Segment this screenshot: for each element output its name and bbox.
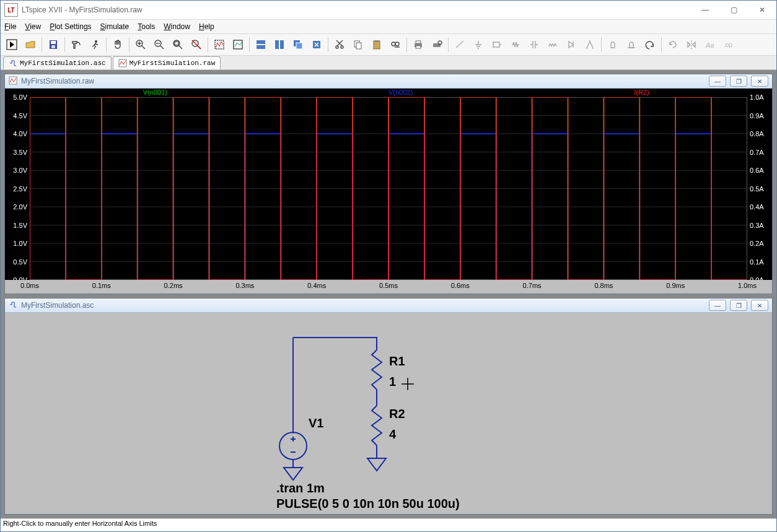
label-v1[interactable]: V1	[309, 416, 323, 430]
spice-directive-icon[interactable]: .op	[720, 36, 737, 53]
waveform-icon	[9, 76, 17, 87]
waveform-panel-header[interactable]: MyFirstSimulation.raw — ❐ ✕	[5, 74, 772, 89]
svg-rect-13	[257, 45, 265, 49]
waveform-panel-title: MyFirstSimulation.raw	[21, 77, 94, 85]
zoom-in-icon[interactable]	[132, 36, 149, 53]
tile-vert-icon[interactable]	[271, 36, 288, 53]
panel-minimize-button[interactable]: —	[709, 76, 726, 87]
window-minimize-button[interactable]: —	[691, 1, 719, 19]
move-icon[interactable]	[604, 36, 621, 53]
menu-plot[interactable]: Plot Settings	[50, 22, 91, 31]
rotate-icon[interactable]	[664, 36, 682, 53]
inductor-icon[interactable]	[544, 36, 561, 53]
menu-file[interactable]: File	[4, 22, 16, 31]
hammer-icon[interactable]	[68, 36, 85, 53]
tab-schematic-label: MyFirstSimulation.asc	[20, 59, 106, 67]
directive-pulse[interactable]: PULSE(0 5 0 10n 10n 50u 100u)	[276, 497, 460, 510]
svg-rect-28	[416, 41, 421, 43]
window-close-button[interactable]: ✕	[748, 1, 776, 19]
menu-help[interactable]: Help	[199, 22, 214, 31]
label-r1[interactable]: R1	[389, 354, 405, 368]
waveform-plot[interactable]: V(n001) V(n002) I(R2) 5.0V4.5V4.0V3.5V3.…	[5, 89, 772, 280]
print-setup-icon[interactable]	[428, 36, 446, 53]
menu-simulate[interactable]: Simulate	[100, 22, 130, 31]
diode-icon[interactable]	[563, 36, 580, 53]
tab-schematic[interactable]: MyFirstSimulation.asc	[3, 56, 112, 69]
svg-text:Aa: Aa	[705, 41, 714, 49]
zoom-out-icon[interactable]	[151, 36, 168, 53]
schematic-panel-minimize-button[interactable]: —	[709, 300, 726, 311]
directive-tran[interactable]: .tran 1m	[276, 481, 325, 495]
legend-vn001[interactable]: V(n001)	[143, 89, 167, 96]
ground-icon[interactable]	[470, 36, 487, 53]
svg-point-59	[279, 432, 307, 460]
menu-tools[interactable]: Tools	[138, 22, 155, 31]
component-icon[interactable]	[581, 36, 599, 53]
tab-waveform[interactable]: MyFirstSimulation.raw	[113, 56, 221, 69]
zoom-cancel-icon[interactable]	[188, 36, 205, 53]
y-axis-left[interactable]: 5.0V4.5V4.0V3.5V3.0V2.5V2.0V1.5V1.0V0.5V…	[5, 97, 30, 280]
zoom-fit-icon[interactable]	[169, 36, 187, 53]
setup-plot-icon[interactable]	[229, 36, 247, 53]
svg-rect-29	[416, 46, 421, 48]
waveform-panel: MyFirstSimulation.raw — ❐ ✕ V(n001) V(n0…	[4, 74, 773, 294]
y-axis-right[interactable]: 1.0A0.9A0.8A0.7A0.6A0.5A0.4A0.3A0.2A0.1A…	[747, 97, 772, 280]
copy-icon[interactable]	[349, 36, 367, 53]
close-all-icon[interactable]	[308, 36, 325, 53]
running-man-icon[interactable]	[86, 36, 103, 53]
tile-horiz-icon[interactable]	[252, 36, 270, 53]
drag-icon[interactable]	[623, 36, 640, 53]
label-r1-val[interactable]: 1	[389, 375, 396, 388]
svg-rect-30	[433, 43, 441, 47]
legend-vn002[interactable]: V(n002)	[388, 89, 413, 96]
label-r2-val[interactable]: 4	[389, 427, 397, 441]
svg-rect-8	[175, 41, 178, 45]
autorange-y-icon[interactable]	[211, 36, 228, 53]
menu-window[interactable]: Window	[164, 22, 190, 31]
statusbar: Right-Click to manually enter Horizontal…	[1, 518, 776, 531]
run-button[interactable]	[3, 36, 20, 53]
document-tabstrip: MyFirstSimulation.asc MyFirstSimulation.…	[1, 56, 776, 70]
mirror-icon[interactable]	[683, 36, 700, 53]
capacitor-icon[interactable]	[525, 36, 543, 53]
save-button[interactable]	[45, 36, 62, 53]
window-title: LTspice XVII - MyFirstSimulation.raw	[22, 6, 143, 14]
svg-point-26	[395, 42, 399, 46]
window-maximize-button[interactable]: ▢	[719, 1, 748, 19]
label-r2[interactable]: R2	[389, 407, 405, 421]
schematic-panel-header[interactable]: MyFirstSimulation.asc — ❐ ✕	[5, 299, 772, 313]
schematic-panel: MyFirstSimulation.asc — ❐ ✕	[4, 298, 773, 515]
schematic-panel-close-button[interactable]: ✕	[751, 300, 768, 311]
label-net-icon[interactable]	[488, 36, 506, 53]
svg-rect-11	[234, 40, 242, 49]
menu-view[interactable]: View	[25, 22, 41, 31]
cascade-icon[interactable]	[289, 36, 307, 53]
print-icon[interactable]	[410, 36, 427, 53]
open-button[interactable]	[22, 36, 39, 53]
svg-point-20	[341, 46, 343, 48]
resistor-icon[interactable]	[507, 36, 524, 53]
svg-rect-24	[375, 40, 379, 42]
svg-rect-3	[51, 45, 55, 48]
app-window: LT LTspice XVII - MyFirstSimulation.raw …	[0, 0, 777, 532]
panel-close-button[interactable]: ✕	[751, 76, 768, 87]
find-icon[interactable]	[387, 36, 404, 53]
draw-wire-icon[interactable]	[451, 36, 468, 53]
app-logo-icon: LT	[4, 3, 18, 17]
schematic-icon	[9, 300, 17, 311]
panel-maximize-button[interactable]: ❐	[730, 76, 747, 87]
svg-point-19	[336, 46, 338, 48]
schematic-canvas[interactable]: V1 R1 1 R2 4 .tran 1m PULSE(0 5 0 10n 10…	[5, 313, 772, 514]
tab-waveform-label: MyFirstSimulation.raw	[130, 59, 216, 67]
svg-rect-10	[215, 40, 224, 49]
paste-icon[interactable]	[368, 36, 385, 53]
mdi-workspace: MyFirstSimulation.raw — ❐ ✕ V(n001) V(n0…	[1, 70, 776, 518]
legend-ir2[interactable]: I(R2)	[634, 89, 649, 96]
plot-area[interactable]	[30, 97, 747, 280]
pan-hand-icon[interactable]	[109, 36, 126, 53]
x-axis[interactable]: 0.0ms0.1ms0.2ms0.3ms0.4ms0.5ms0.6ms0.7ms…	[5, 280, 772, 294]
undo-icon[interactable]	[641, 36, 659, 53]
schematic-panel-maximize-button[interactable]: ❐	[730, 300, 747, 311]
text-icon[interactable]: Aa	[701, 36, 719, 53]
cut-icon[interactable]	[331, 36, 348, 53]
